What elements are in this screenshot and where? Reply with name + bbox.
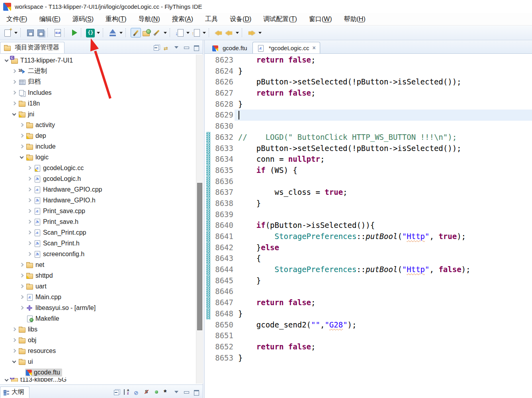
line-gutter[interactable]: 8635 xyxy=(205,165,238,176)
line-number[interactable]: 8636 xyxy=(215,176,233,187)
menu-item-[interactable]: 调试配置(T) xyxy=(263,15,297,24)
tree-item-activity[interactable]: activity xyxy=(0,120,203,130)
tree-item-body[interactable]: 二进制 xyxy=(18,67,49,76)
tree-item-body[interactable]: shttpd xyxy=(25,272,55,280)
tree-item-ui[interactable]: ui xyxy=(0,356,203,367)
line-number[interactable]: 8634 xyxy=(215,154,233,165)
braces-icon[interactable] xyxy=(86,29,95,37)
tree-item-include[interactable]: include xyxy=(0,141,203,152)
expander-chevron-icon[interactable] xyxy=(26,208,33,214)
tree-item-body[interactable]: Scan_Print.h xyxy=(33,239,82,247)
expander-chevron-icon[interactable] xyxy=(11,89,18,96)
filters-icon[interactable] xyxy=(164,389,170,395)
tree-item-body[interactable]: libeasyui.so - [arm/le] xyxy=(25,304,98,312)
menu-item-[interactable]: 窗口(W) xyxy=(309,15,332,24)
line-gutter[interactable]: 8641 xyxy=(205,231,238,242)
menu-item-[interactable]: 工具() xyxy=(205,15,218,24)
tree-item-hardware-gpio-cpp[interactable]: Hardware_GPIO.cpp xyxy=(0,184,203,195)
backnew-icon[interactable] xyxy=(214,28,223,37)
line-gutter[interactable]: 8653 xyxy=(205,353,238,364)
code-line-8630[interactable]: 8630 xyxy=(205,121,532,132)
expander-chevron-icon[interactable] xyxy=(26,165,33,171)
code-line-8651[interactable]: 8651 xyxy=(205,330,532,341)
code-line-8640[interactable]: 8640 if(pButton->isSelected()){ xyxy=(205,220,532,231)
save-icon[interactable] xyxy=(25,28,35,37)
tree-item-body[interactable]: T113-klipper-7-UI1 xyxy=(10,57,75,65)
line-number[interactable]: 8653 xyxy=(215,353,233,364)
line-gutter[interactable]: 8634 xyxy=(205,154,238,165)
code-line-8636[interactable]: 8636 xyxy=(205,176,532,187)
expander-chevron-icon[interactable] xyxy=(18,304,25,311)
line-number[interactable]: 8628 xyxy=(215,99,233,110)
code-text[interactable]: return false; xyxy=(238,341,532,353)
tree-item-body[interactable]: activity xyxy=(25,121,57,129)
code-text[interactable]: } xyxy=(238,353,532,364)
drop-icon[interactable] xyxy=(257,28,262,37)
tree-item-hardware-gpio-h[interactable]: Hardware_GPIO.h xyxy=(0,195,203,206)
line-number[interactable]: 8643 xyxy=(215,253,233,264)
expander-chevron-icon[interactable] xyxy=(26,186,33,193)
tree-item-t113-klipper-7-ui1[interactable]: T113-klipper-7-UI1 xyxy=(0,55,203,66)
tree-item-body[interactable]: screenconfig.h xyxy=(33,250,86,258)
expander-chevron-icon[interactable] xyxy=(11,68,18,75)
tree-item-print-save-cpp[interactable]: Print_save.cpp xyxy=(0,206,203,216)
code-text[interactable] xyxy=(238,176,532,187)
back-icon[interactable] xyxy=(224,28,234,37)
line-gutter[interactable]: 8652 xyxy=(205,341,238,353)
tree-item-dep[interactable]: dep xyxy=(0,130,203,141)
code-text[interactable]: StoragePreferences::putBool("Http", true… xyxy=(238,231,532,242)
line-gutter[interactable]: 8628 xyxy=(205,99,238,110)
tree-item-body[interactable]: Print_save.cpp xyxy=(33,207,87,215)
code-line-8644[interactable]: 8644 StoragePreferences::putBool("Http",… xyxy=(205,264,532,275)
code-text[interactable]: { xyxy=(238,253,532,264)
expander-chevron-icon[interactable] xyxy=(18,283,25,290)
drop-icon[interactable] xyxy=(185,28,190,37)
tree-item-resources[interactable]: resources xyxy=(0,345,203,356)
code-line-8638[interactable]: 8638 } xyxy=(205,198,532,209)
tree-item-obj[interactable]: obj xyxy=(0,335,203,345)
line-gutter[interactable]: 8643 xyxy=(205,253,238,264)
code-line-8648[interactable]: 8648 } xyxy=(205,308,532,320)
code-line-8629[interactable]: 8629 xyxy=(205,110,532,121)
menu-item-[interactable]: 设备(D) xyxy=(230,15,251,24)
tree-item-body[interactable]: 归档 xyxy=(18,77,43,86)
tree-scrollbar[interactable] xyxy=(196,55,203,384)
line-number[interactable]: 8627 xyxy=(215,88,233,99)
tree-item-body[interactable]: Main.cpp xyxy=(25,293,63,301)
tree-item-body[interactable]: uart xyxy=(25,282,49,290)
line-gutter[interactable]: 8640 xyxy=(205,220,238,231)
code-line-8647[interactable]: 8647 return false; xyxy=(205,297,532,308)
maximize-icon[interactable] xyxy=(194,389,200,395)
menu-item-[interactable]: 重构(T) xyxy=(106,15,126,24)
collapse-all-icon[interactable] xyxy=(154,45,160,50)
tree-item-jni[interactable]: jni xyxy=(0,109,203,120)
code-text[interactable] xyxy=(238,330,532,341)
code-text[interactable]: return false; xyxy=(238,88,532,99)
line-number[interactable]: 8650 xyxy=(215,320,233,331)
line-number[interactable]: 8644 xyxy=(215,264,233,275)
tree-item-body[interactable]: net xyxy=(25,261,46,269)
code-text[interactable]: gcode_send2("","G28"); xyxy=(238,320,532,331)
tree-item-body[interactable]: gcode.ftu xyxy=(25,369,62,376)
tree-item-body[interactable]: jni xyxy=(18,110,36,118)
tree-item-libeasyui-so-arm-le[interactable]: libeasyui.so - [arm/le] xyxy=(0,302,203,313)
expander-chevron-icon[interactable] xyxy=(11,78,18,85)
code-line-8634[interactable]: 8634 conn = nullptr; xyxy=(205,154,532,165)
tree-item-body[interactable]: Makefile xyxy=(25,315,61,323)
tree-item-t113-klipper-5g[interactable]: t113-klipper...5G xyxy=(0,378,203,382)
tree-item-body[interactable]: libs xyxy=(18,325,39,333)
menu-item-[interactable]: 编辑(E) xyxy=(39,15,60,24)
line-gutter[interactable]: 8624 xyxy=(205,66,238,77)
menu-item-[interactable]: 帮助(H) xyxy=(344,15,366,24)
line-gutter[interactable]: 8650 xyxy=(205,320,238,331)
import-icon[interactable] xyxy=(175,28,184,37)
pen2-icon[interactable] xyxy=(152,28,162,37)
tree-item-body[interactable]: obj xyxy=(18,336,38,344)
expander-chevron-icon[interactable] xyxy=(11,100,18,107)
run-icon[interactable] xyxy=(69,28,79,37)
new-icon[interactable] xyxy=(3,28,12,37)
expander-chevron-icon[interactable] xyxy=(11,111,18,118)
tree-item-body[interactable]: i18n xyxy=(18,100,42,108)
minimize-icon[interactable] xyxy=(184,45,190,50)
code-text[interactable]: } xyxy=(238,275,532,286)
